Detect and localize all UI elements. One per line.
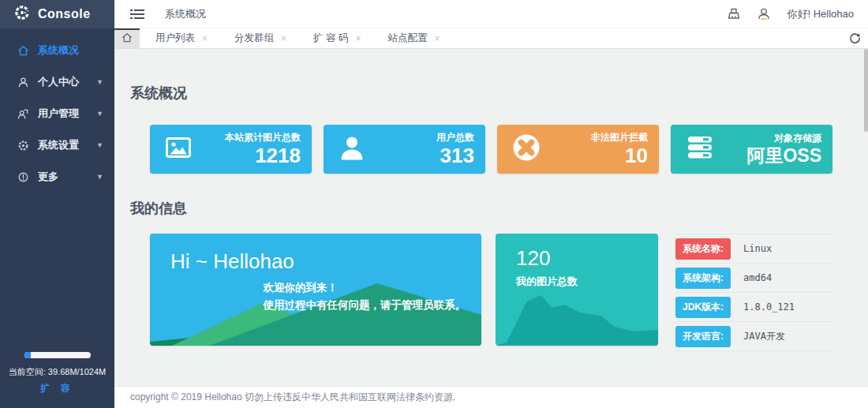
tab-distribution-group[interactable]: 分发群组 × <box>219 28 297 48</box>
sidebar-item-user-management[interactable]: 用户管理 ▼ <box>0 98 114 129</box>
person-icon <box>338 133 366 165</box>
person-icon <box>17 77 29 88</box>
home-icon <box>17 45 29 57</box>
tab-home[interactable] <box>114 28 140 48</box>
stat-cards-row: 本站累计图片总数 1218 用户总数 313 非法图片拦截 <box>150 125 832 174</box>
sidebar-item-personal-center[interactable]: 个人中心 ▼ <box>0 66 114 98</box>
refresh-icon[interactable] <box>841 28 868 48</box>
home-icon <box>122 32 133 47</box>
footer: copyright © 2019 Hellohao 切勿上传违反中华人民共和国互… <box>114 386 868 408</box>
sidebar-item-label: 更多 <box>38 170 58 184</box>
sidebar-item-label: 系统设置 <box>38 138 79 152</box>
menu-toggle-icon[interactable] <box>130 9 144 20</box>
sidebar-item-more[interactable]: 更多 ▼ <box>0 161 114 193</box>
user-avatar-icon[interactable] <box>757 7 771 21</box>
expand-storage-link[interactable]: 扩 容 <box>40 382 73 395</box>
close-icon[interactable]: × <box>202 34 208 43</box>
storage-value: 39.68M/1024M <box>48 367 106 376</box>
section-title-my-info: 我的信息 <box>130 199 852 218</box>
stat-label: 对象存储源 <box>746 132 821 145</box>
sidebar-item-system-settings[interactable]: 系统设置 ▼ <box>0 129 114 161</box>
scrollbar-thumb[interactable] <box>864 49 868 132</box>
tab-expansion-code[interactable]: 扩 容 码 × <box>297 28 372 48</box>
system-info-panel: 系统名称: Linux 系统架构: amd64 JDK版本: 1.8.0_121… <box>675 234 832 351</box>
storage-label: 当前空间: <box>9 367 46 376</box>
info-row: Hi ~ Hellohao 欢迎你的到来！ 使用过程中有任何问题，请于管理员联系… <box>150 234 832 351</box>
welcome-message: 欢迎你的到来！ 使用过程中有任何问题，请于管理员联系。 <box>264 279 466 313</box>
tab-bar: 用户列表 × 分发群组 × 扩 容 码 × 站点配置 × <box>114 28 868 49</box>
stat-value: 313 <box>436 144 474 168</box>
app-window: Console 系统概况 个人中心 ▼ 用户管理 ▼ <box>0 0 868 408</box>
system-info-row: 开发语言: JAVA开发 <box>675 322 832 351</box>
dev-language-badge: 开发语言: <box>675 326 731 347</box>
stat-value: 1218 <box>225 144 301 168</box>
x-circle-icon <box>511 133 541 166</box>
system-arch-value: amd64 <box>743 272 772 283</box>
sidebar-item-label: 系统概况 <box>38 43 79 58</box>
tab-site-config[interactable]: 站点配置 × <box>372 28 451 48</box>
storage-quota: 当前空间: 39.68M/1024M 扩 容 <box>0 352 114 395</box>
welcome-title: Hi ~ Hellohao <box>170 249 294 274</box>
app-title: Console <box>38 7 91 21</box>
sidebar-nav: 系统概况 个人中心 ▼ 用户管理 ▼ 系统设置 <box>0 28 114 193</box>
clean-brush-icon[interactable] <box>727 7 741 21</box>
close-icon[interactable]: × <box>435 34 440 43</box>
tab-label: 站点配置 <box>388 32 428 45</box>
my-images-count: 120 <box>516 246 550 271</box>
sidebar-item-system-overview[interactable]: 系统概况 <box>0 35 114 66</box>
system-name-value: Linux <box>743 243 772 254</box>
mountain-graphic <box>496 281 658 346</box>
header-actions: 你好! Hellohao <box>727 7 868 21</box>
sidebar: Console 系统概况 个人中心 ▼ 用户管理 ▼ <box>0 0 114 408</box>
stat-card-illegal-blocked[interactable]: 非法图片拦截 10 <box>497 125 659 174</box>
welcome-card: Hi ~ Hellohao 欢迎你的到来！ 使用过程中有任何问题，请于管理员联系… <box>150 234 481 346</box>
section-title-system-overview: 系统概况 <box>130 84 852 103</box>
copyright-text: copyright © 2019 Hellohao 切勿上传违反中华人民共和国互… <box>114 391 455 404</box>
stat-label: 本站累计图片总数 <box>225 131 301 144</box>
gear-icon <box>17 140 29 152</box>
stat-card-object-storage[interactable]: 对象存储源 阿里OSS <box>671 125 832 174</box>
system-name-badge: 系统名称: <box>675 238 731 260</box>
breadcrumb: 系统概况 <box>165 7 206 21</box>
image-icon <box>164 133 193 165</box>
system-info-row: 系统架构: amd64 <box>675 264 832 293</box>
stat-label: 用户总数 <box>436 131 474 144</box>
info-circle-icon <box>17 171 29 183</box>
tab-user-list[interactable]: 用户列表 × <box>140 28 219 48</box>
stat-card-total-images[interactable]: 本站累计图片总数 1218 <box>150 125 312 174</box>
chevron-down-icon: ▼ <box>96 110 103 118</box>
my-images-card: 120 我的图片总数 <box>496 234 658 346</box>
stat-label: 非法图片拦截 <box>591 131 648 144</box>
tab-label: 扩 容 码 <box>313 32 348 45</box>
user-greeting[interactable]: 你好! Hellohao <box>787 7 854 21</box>
storage-text: 当前空间: 39.68M/1024M <box>0 366 114 378</box>
stat-value: 10 <box>591 144 648 168</box>
gear-c-logo-icon <box>14 5 30 24</box>
chevron-down-icon: ▼ <box>96 173 103 181</box>
storage-progress-fill <box>24 352 31 358</box>
tab-label: 分发群组 <box>234 32 274 45</box>
stat-card-user-total[interactable]: 用户总数 313 <box>324 125 485 174</box>
logo[interactable]: Console <box>0 0 114 28</box>
system-info-row: 系统名称: Linux <box>675 234 832 264</box>
close-icon[interactable]: × <box>281 34 286 43</box>
system-info-row: JDK版本: 1.8.0_121 <box>675 293 832 322</box>
tab-label: 用户列表 <box>155 32 195 45</box>
jdk-version-badge: JDK版本: <box>675 297 731 318</box>
jdk-version-value: 1.8.0_121 <box>743 301 795 313</box>
chevron-down-icon: ▼ <box>96 141 103 149</box>
storage-progress-bar <box>24 352 91 358</box>
sidebar-item-label: 用户管理 <box>38 107 79 121</box>
stat-value: 阿里OSS <box>746 145 821 166</box>
chevron-down-icon: ▼ <box>96 78 103 86</box>
top-header: 系统概况 你好! Hellohao <box>114 0 868 28</box>
user-card-icon <box>17 108 29 120</box>
sidebar-item-label: 个人中心 <box>38 75 79 89</box>
system-arch-badge: 系统架构: <box>675 268 731 289</box>
dev-language-value: JAVA开发 <box>743 330 785 343</box>
close-icon[interactable]: × <box>355 34 361 43</box>
server-stack-icon <box>685 133 715 166</box>
main-content: 系统概况 本站累计图片总数 1218 用户总数 313 <box>114 49 868 386</box>
